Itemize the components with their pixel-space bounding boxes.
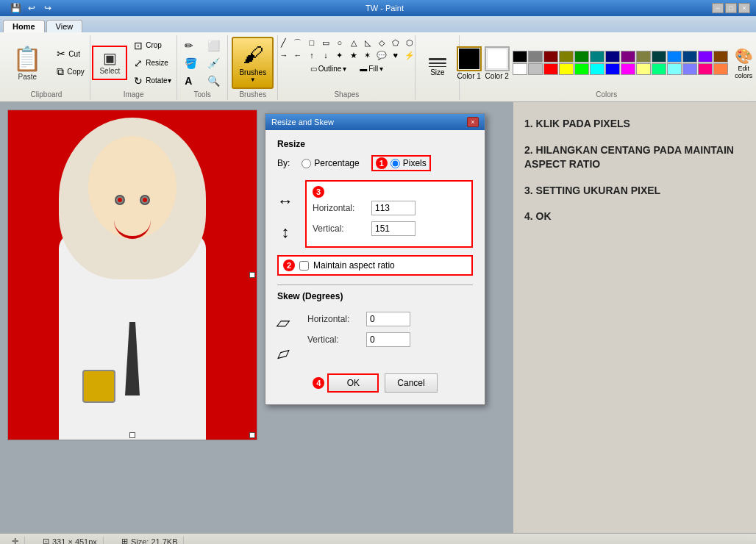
eraser-button[interactable]: ⬜ [204, 37, 224, 54]
resize-label: Resize [146, 59, 168, 67]
percentage-radio[interactable] [302, 159, 311, 168]
shape-arrow-l[interactable]: ← [291, 49, 304, 61]
color-swatch[interactable] [636, 63, 651, 75]
maintain-aspect-row: 2 Maintain aspect ratio [277, 255, 473, 276]
skew-h-input[interactable] [366, 312, 410, 326]
dialog-close-button[interactable]: × [467, 117, 479, 127]
dialog-title: Resize and Skew [271, 118, 334, 126]
color-swatch[interactable] [636, 51, 651, 62]
fill-button[interactable]: 🪣 [181, 55, 201, 71]
color-swatch[interactable] [513, 51, 527, 62]
copy-button[interactable]: ⧉ Copy [53, 63, 88, 80]
resize-button[interactable]: ⤢ Resize [130, 55, 174, 71]
shape-pentagon[interactable]: ⬠ [389, 37, 402, 49]
color-swatch[interactable] [682, 51, 697, 62]
maintain-aspect-checkbox[interactable] [299, 261, 309, 271]
text-button[interactable]: A [181, 73, 201, 89]
color-swatch[interactable] [559, 51, 574, 62]
select-button[interactable]: ▣ Select [95, 49, 124, 77]
magnify-button[interactable]: 🔍 [204, 73, 224, 89]
color-swatch[interactable] [698, 63, 713, 75]
shape-rect[interactable]: □ [305, 37, 318, 49]
tools-col2: ⬜ 💉 🔍 [204, 37, 224, 89]
rotate-button[interactable]: ↻ Rotate▾ [130, 73, 174, 89]
tab-home[interactable]: Home [3, 20, 45, 32]
outline-dropdown[interactable]: ▭ Outline ▾ [307, 62, 351, 75]
shape-diamond[interactable]: ◇ [375, 37, 388, 49]
color-swatch[interactable] [528, 63, 543, 75]
color-swatch[interactable] [713, 63, 728, 75]
shape-lightning[interactable]: ⚡ [403, 49, 416, 61]
shape-right-triangle[interactable]: ◺ [361, 37, 374, 49]
color-swatch[interactable] [713, 51, 728, 62]
resize-handle-b[interactable] [129, 432, 135, 438]
shape-rounded-rect[interactable]: ▭ [319, 37, 332, 49]
shape-callout[interactable]: 💬 [375, 49, 388, 61]
shape-arrow-d[interactable]: ↓ [319, 49, 332, 61]
shape-star5[interactable]: ★ [347, 49, 360, 61]
color-swatch[interactable] [605, 51, 620, 62]
minimize-button[interactable]: – [712, 3, 724, 13]
color-swatch[interactable] [574, 63, 589, 75]
crop-button[interactable]: ⊡ Crop [130, 37, 174, 54]
resize-handle-r[interactable] [249, 272, 255, 278]
color-swatch[interactable] [621, 51, 635, 62]
face-oval [88, 136, 176, 239]
shape-line[interactable]: ╱ [277, 37, 290, 49]
shape-triangle[interactable]: △ [347, 37, 360, 49]
color-swatch[interactable] [513, 63, 527, 75]
color-swatch[interactable] [528, 51, 543, 62]
shape-heart[interactable]: ♥ [389, 49, 402, 61]
color-swatch[interactable] [543, 51, 558, 62]
color-swatch[interactable] [698, 51, 713, 62]
shape-arrow-u[interactable]: ↑ [305, 49, 318, 61]
color-swatch[interactable] [621, 63, 635, 75]
percentage-option[interactable]: Percentage [302, 158, 359, 168]
shape-curve[interactable]: ⌒ [291, 37, 304, 49]
cut-button[interactable]: ✂ Cut [53, 46, 88, 62]
horizontal-input[interactable] [371, 201, 416, 215]
color-swatch[interactable] [590, 51, 605, 62]
shape-ellipse[interactable]: ○ [333, 37, 346, 49]
color-swatch[interactable] [667, 51, 682, 62]
pencil-button[interactable]: ✏ [181, 37, 201, 54]
shape-star4[interactable]: ✦ [333, 49, 346, 61]
shapes-group-label: Shapes [334, 90, 359, 99]
pixels-option[interactable]: Pixels [391, 158, 427, 168]
eyedropper-button[interactable]: 💉 [204, 55, 224, 71]
resize-handle-br[interactable] [249, 432, 255, 438]
shape-hexagon[interactable]: ⬡ [403, 37, 416, 49]
color-swatch[interactable] [682, 63, 697, 75]
cancel-button[interactable]: Cancel [385, 373, 437, 393]
color-swatch[interactable] [605, 63, 620, 75]
maximize-button[interactable]: □ [725, 3, 737, 13]
color-swatch[interactable] [559, 63, 574, 75]
qa-redo[interactable]: ↪ [41, 1, 54, 15]
color-swatch[interactable] [652, 63, 666, 75]
brushes-button[interactable]: 🖌 Brushes ▼ [232, 37, 274, 89]
color2-button[interactable] [485, 46, 510, 71]
color-swatch[interactable] [574, 51, 589, 62]
qa-undo[interactable]: ↩ [25, 1, 38, 15]
color-swatch[interactable] [652, 51, 666, 62]
paste-button[interactable]: 📋 Paste [4, 41, 50, 85]
color1-button[interactable] [457, 46, 482, 71]
qa-save[interactable]: 💾 [9, 1, 22, 15]
ok-button[interactable]: OK [327, 373, 379, 393]
color-swatch[interactable] [590, 63, 605, 75]
edit-colors-button[interactable]: 🎨 Edit colors [731, 45, 756, 82]
fill-dropdown[interactable]: ▬ Fill ▾ [356, 62, 387, 75]
ribbon-body: 📋 Paste ✂ Cut ⧉ Copy Clipboard [0, 32, 756, 101]
size-button[interactable]: Size [425, 54, 450, 80]
tab-view[interactable]: View [46, 20, 83, 32]
select-icon: ▣ [103, 51, 117, 65]
image-content: ▣ Select ⊡ Crop ⤢ Resize ↻ Rotat [92, 37, 174, 89]
color-swatch[interactable] [543, 63, 558, 75]
vertical-input[interactable] [371, 221, 416, 236]
pixels-radio[interactable] [391, 159, 400, 168]
shape-star6[interactable]: ✶ [361, 49, 374, 61]
close-button[interactable]: × [738, 3, 750, 13]
color-swatch[interactable] [667, 63, 682, 75]
skew-v-input[interactable] [366, 332, 410, 347]
shape-arrow-r[interactable]: → [277, 49, 290, 61]
